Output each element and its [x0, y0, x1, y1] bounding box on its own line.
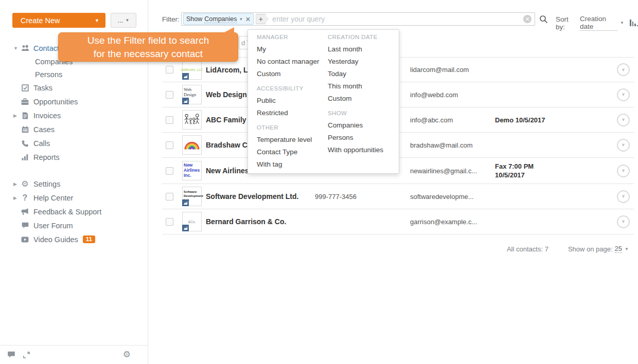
gear-icon[interactable]: ⚙: [123, 350, 131, 359]
filter-toolbar: Filter: Show Companies ▼ ✕ + ✕ Sort by: …: [148, 0, 638, 31]
menu-item-public[interactable]: Public: [257, 95, 325, 107]
sidebar-item-cases[interactable]: Cases: [0, 122, 148, 136]
row-checkbox[interactable]: [166, 218, 173, 226]
row-checkbox[interactable]: [166, 66, 173, 74]
email-cell[interactable]: bradshaw@mail.com: [410, 141, 495, 149]
row-actions-button[interactable]: ▼: [617, 190, 630, 203]
row-actions-button[interactable]: ▼: [617, 63, 630, 76]
menu-item-my[interactable]: My: [257, 43, 325, 56]
row-actions-button[interactable]: ▼: [617, 215, 630, 228]
expander-right-icon[interactable]: ▶: [13, 195, 20, 201]
sidebar-item-label: Opportunities: [33, 98, 78, 106]
query-input[interactable]: [268, 15, 523, 23]
sidebar-item-settings[interactable]: ▶ ⚙ Settings: [0, 177, 148, 191]
menu-item-with-tag[interactable]: With tag: [257, 158, 325, 171]
filter-options-menu: MANAGER My No contact manager Custom ACC…: [247, 29, 399, 174]
company-logo: [182, 110, 202, 130]
email-cell[interactable]: newairlines@gmail.c...: [410, 167, 495, 175]
menu-section-header: MANAGER: [257, 31, 325, 43]
row-actions-button[interactable]: ▼: [617, 139, 630, 152]
menu-item-companies[interactable]: Companies: [328, 119, 396, 132]
email-cell[interactable]: garrison@example.c...: [410, 218, 495, 226]
sidebar-item-video-guides[interactable]: Video Guides 11: [0, 232, 148, 246]
menu-item-persons[interactable]: Persons: [328, 132, 396, 144]
menu-item-last-month[interactable]: Last month: [328, 43, 396, 56]
row-checkbox[interactable]: [166, 91, 173, 99]
chevron-down-icon[interactable]: ▼: [625, 247, 629, 251]
menu-section-header: CREATION DATE: [328, 31, 396, 43]
menu-item-restricted[interactable]: Restricted: [257, 107, 325, 119]
sidebar-item-label: Reports: [33, 153, 60, 161]
email-cell[interactable]: info@abc.com: [410, 116, 495, 124]
filter-chip-show-companies[interactable]: Show Companies ▼ ✕: [183, 13, 254, 25]
row-actions-button[interactable]: ▼: [617, 114, 630, 126]
sort-direction-icon[interactable]: [630, 20, 638, 26]
email-cell[interactable]: softwaredevelopme...: [410, 193, 495, 201]
menu-item-yesterday[interactable]: Yesterday: [328, 56, 396, 68]
menu-item-temperature-level[interactable]: Temperature level: [257, 134, 325, 146]
sidebar-item-label: Help Center: [33, 194, 73, 202]
event-cell: Fax 7:00 PM10/5/2017: [495, 162, 617, 179]
sidebar-item-label: Cases: [33, 125, 55, 134]
megaphone-icon: [20, 208, 30, 215]
chevron-down-icon[interactable]: ▼: [620, 21, 624, 25]
sidebar-item-opportunities[interactable]: Opportunities: [0, 95, 148, 108]
clear-query-icon[interactable]: ✕: [523, 15, 531, 23]
company-type-badge-icon: [182, 225, 189, 231]
page-size-value[interactable]: 25: [615, 245, 622, 253]
menu-item-with-opportunities[interactable]: With opportunities: [328, 144, 396, 156]
menu-item-custom-manager[interactable]: Custom: [257, 68, 325, 80]
sort-value[interactable]: Creation date: [580, 15, 617, 31]
table-row[interactable]: &Co. Bernard Garrison & Co. garrison@exa…: [162, 209, 634, 234]
question-mark-icon: ?: [20, 193, 30, 203]
sidebar-item-reports[interactable]: Reports: [0, 150, 148, 164]
email-cell[interactable]: lidarcom@mail.com: [410, 66, 495, 74]
row-checkbox[interactable]: [166, 116, 173, 124]
search-icon[interactable]: [539, 15, 548, 24]
row-actions-button[interactable]: ▼: [617, 165, 630, 177]
sidebar-item-calls[interactable]: Calls: [0, 136, 148, 150]
row-checkbox[interactable]: [166, 193, 173, 201]
create-new-button[interactable]: Create New ▼: [12, 13, 105, 28]
filter-field[interactable]: Show Companies ▼ ✕ + ✕: [181, 12, 535, 26]
company-type-badge-icon: [182, 98, 189, 104]
menu-item-contact-type[interactable]: Contact Type: [257, 146, 325, 158]
menu-item-this-month[interactable]: This month: [328, 80, 396, 93]
sidebar-item-label: User Forum: [33, 222, 73, 230]
expander-right-icon[interactable]: ▶: [13, 181, 20, 187]
company-name[interactable]: Bernard Garrison & Co.: [206, 217, 315, 226]
video-guides-count-badge: 11: [83, 235, 95, 243]
chip-value[interactable]: Companies: [204, 15, 237, 23]
row-actions-button[interactable]: ▼: [617, 88, 630, 101]
expand-icon[interactable]: [23, 351, 30, 359]
row-checkbox[interactable]: [166, 167, 173, 175]
tasks-icon: [20, 84, 30, 92]
sidebar-item-label: Feedback & Support: [33, 208, 101, 216]
contacts-icon: [20, 45, 30, 51]
sidebar-item-user-forum[interactable]: User Forum: [0, 219, 148, 232]
rainbow-logo: [184, 140, 200, 150]
sidebar-item-invoices[interactable]: ▶ Invoices: [0, 108, 148, 122]
chat-icon[interactable]: [7, 351, 15, 358]
menu-item-no-contact-manager[interactable]: No contact manager: [257, 56, 325, 68]
company-name[interactable]: Software Development Ltd.: [206, 192, 315, 201]
sidebar-item-tasks[interactable]: Tasks: [0, 81, 148, 95]
company-logo: &Co.: [182, 212, 202, 231]
menu-item-today[interactable]: Today: [328, 68, 396, 80]
expander-right-icon[interactable]: ▶: [13, 113, 20, 118]
expander-down-icon[interactable]: ▼: [13, 46, 20, 51]
email-cell[interactable]: info@webd.com: [410, 91, 495, 99]
chevron-down-icon: ▼: [95, 18, 99, 23]
sidebar-item-help-center[interactable]: ▶ ? Help Center: [0, 191, 148, 205]
phone-cell: 999-777-3456: [315, 193, 410, 201]
row-checkbox[interactable]: [166, 141, 173, 149]
sidebar-item-persons[interactable]: Persons: [0, 68, 148, 81]
chevron-down-icon[interactable]: ▼: [239, 17, 243, 22]
more-actions-button[interactable]: ... ▼: [111, 13, 136, 28]
remove-chip-icon[interactable]: ✕: [245, 16, 251, 23]
sort-label: Sort by:: [556, 15, 577, 31]
menu-item-custom-date[interactable]: Custom: [328, 93, 396, 105]
sidebar-item-feedback-support[interactable]: Feedback & Support: [0, 205, 148, 219]
table-row[interactable]: SoftwareDevelopmentLtd. Software Develop…: [162, 184, 634, 209]
add-filter-button[interactable]: +: [256, 14, 268, 24]
